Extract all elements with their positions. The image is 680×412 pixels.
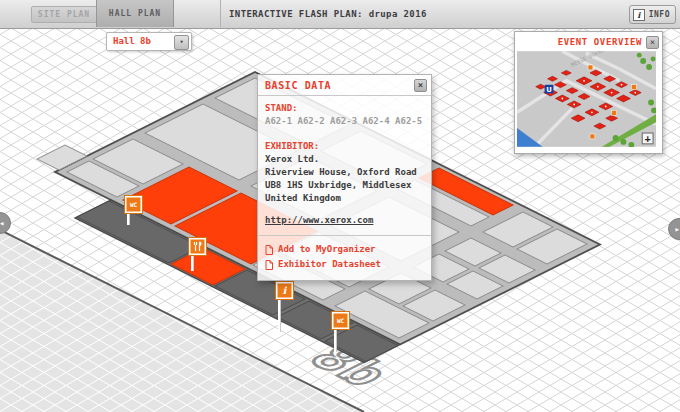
hall-selector[interactable]: Hall 8b ▾ [106,32,192,51]
add-to-myorganizer-label: Add to MyOrganizer [278,242,376,257]
exhibitor-label: EXHIBITOR: [265,140,424,153]
wc-marker-label: WC [337,317,344,324]
plan-title: INTERACTIVE FLASH PLAN: drupa 2016 [229,0,427,28]
app-window: SITE PLAN HALL PLAN INTERACTIVE FLASH PL… [0,0,680,412]
arrow-right-icon: ▸ [675,224,680,234]
event-overview-map[interactable]: MESSE Düsseldorf [517,51,656,147]
exhibitor-address-line: UB8 1HS Uxbridge, Middlesex [265,179,424,192]
svg-text:U: U [546,86,552,94]
metro-station-icon: U [545,85,554,94]
event-overview-title: EVENT OVERVIEW [558,37,642,47]
toolbar-divider [220,0,221,27]
wc-marker[interactable]: WC [124,195,143,214]
stand-values: A62-1 A62-2 A62-3 A62-4 A62-5 [265,115,424,128]
hall-selector-value: Hall 8b [113,33,151,50]
event-overview-panel: EVENT OVERVIEW × MESSE Düsseldorf [514,31,663,154]
event-overview-close-icon[interactable]: × [646,36,659,49]
info-button-label: INFO [649,10,670,19]
svg-text:+: + [645,133,651,144]
restaurant-icon [192,241,203,252]
add-to-myorganizer-link[interactable]: Add to MyOrganizer [265,242,424,257]
minimap-zoom-in-button[interactable]: + [642,133,653,144]
exhibitor-datasheet-label: Exhibitor Datasheet [278,257,381,272]
stand-label: STAND: [265,102,424,115]
info-button[interactable]: i INFO [629,5,676,24]
tab-site-plan[interactable]: SITE PLAN [31,6,97,23]
exhibitor-address-line: United Kingdom [265,192,424,205]
info-marker[interactable]: i [275,281,294,300]
marker-pole [278,296,281,332]
chevron-down-icon[interactable]: ▾ [174,35,189,50]
exhibitor-website-link[interactable]: http://www.xerox.com [265,215,373,225]
wc-marker[interactable]: WC [331,311,350,330]
popup-title: BASIC DATA [265,80,414,91]
wc-marker-label: WC [130,201,137,208]
popup-close-icon[interactable]: × [414,79,427,92]
exhibitor-address-line: Riverview House, Oxford Road [265,166,424,179]
info-marker-label: i [283,285,287,296]
exhibitor-name: Xerox Ltd. [265,153,424,166]
info-icon: i [633,9,645,21]
document-icon [265,245,273,255]
top-bar: SITE PLAN HALL PLAN INTERACTIVE FLASH PL… [0,0,680,29]
restaurant-marker[interactable] [188,237,207,256]
arrow-left-icon: ◂ [0,218,4,228]
exhibitor-datasheet-link[interactable]: Exhibitor Datasheet [265,257,424,272]
tab-hall-plan[interactable]: HALL PLAN [96,0,174,27]
exhibitor-popup: BASIC DATA × STAND: A62-1 A62-2 A62-3 A6… [257,74,432,281]
hall-map-area: 8b [0,28,680,412]
document-icon [265,260,273,270]
